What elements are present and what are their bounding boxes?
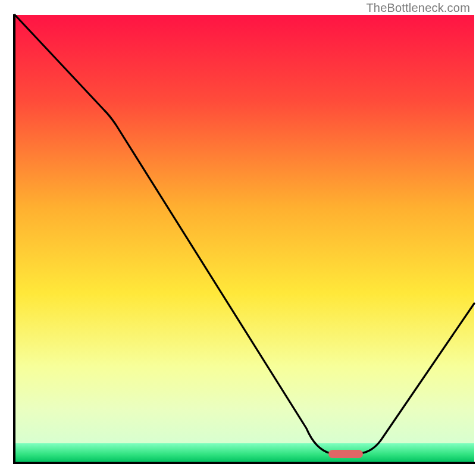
optimum-marker <box>328 450 363 458</box>
chart-container: TheBottleneck.com <box>0 0 476 476</box>
watermark-text: TheBottleneck.com <box>366 1 470 15</box>
chart-svg <box>0 0 476 476</box>
green-band <box>15 443 474 462</box>
plot-area <box>15 15 474 462</box>
gradient-background <box>15 15 474 443</box>
